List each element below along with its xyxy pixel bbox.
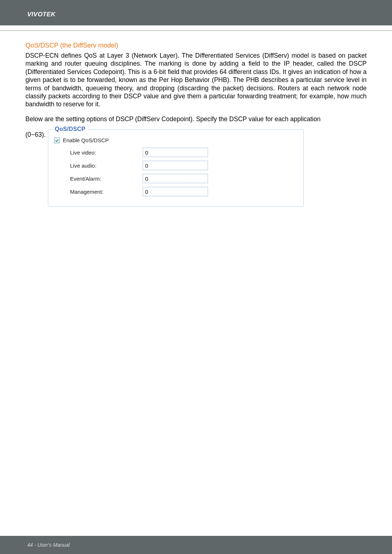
brand-label: VIVOTEK [27,11,392,18]
enable-qos-row: Enable QoS/DSCP [54,137,298,143]
fieldset-legend: QoS/DSCP [53,126,87,132]
field-row-live-audio: Live audio: [53,161,298,170]
live-audio-input[interactable] [143,161,208,170]
management-input[interactable] [143,187,208,196]
field-row-live-video: Live video: [53,148,298,157]
enable-qos-checkbox[interactable] [54,138,60,143]
live-video-input[interactable] [143,148,208,157]
content-area: QoS/DSCP (the DiffServ model) DSCP-ECN d… [0,31,392,207]
live-audio-label: Live audio: [70,163,143,169]
section-title: QoS/DSCP (the DiffServ model) [25,42,367,49]
event-alarm-label: Event/Alarm: [70,176,143,182]
live-video-label: Live video: [70,149,143,156]
paragraph-2: Below are the setting options of DSCP (D… [25,115,367,123]
paragraph-2-text: Below are the setting options of DSCP (D… [25,115,320,123]
page-footer: 44 - User's Manual [0,536,392,554]
settings-wrapper: (0~63). QoS/DSCP Enable QoS/DSCP Live vi… [25,130,367,207]
field-row-event-alarm: Event/Alarm: [53,174,298,183]
page-header: VIVOTEK [0,0,392,25]
event-alarm-input[interactable] [143,174,208,183]
paragraph-1: DSCP-ECN defines QoS at Layer 3 (Network… [25,52,367,108]
range-prefix: (0~63). [25,130,47,139]
checkmark-icon [55,139,59,142]
field-row-management: Management: [53,187,298,196]
management-label: Management: [70,189,143,195]
qos-dscp-fieldset: QoS/DSCP Enable QoS/DSCP Live video: Liv… [48,130,304,207]
enable-qos-label: Enable QoS/DSCP [63,137,109,143]
footer-text: 44 - User's Manual [27,542,70,548]
